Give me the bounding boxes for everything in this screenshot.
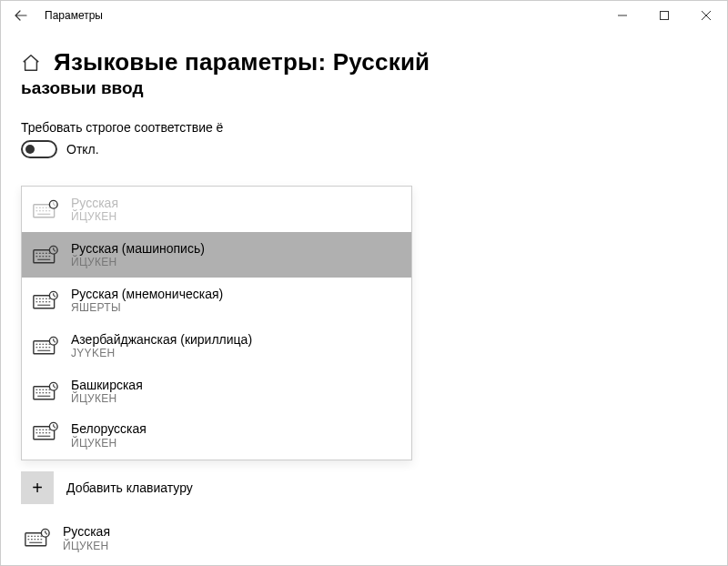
keyboard-icon [25,528,50,548]
keyboard-layout: ЙЦУКЕН [71,392,143,405]
keyboard-name: Азербайджанская (кириллица) [71,332,252,348]
plus-icon: + [32,478,43,499]
keyboard-option[interactable]: Азербайджанская (кириллица) JYYKEH [22,323,411,369]
home-icon[interactable] [21,53,41,73]
toggle-state: Откл. [66,142,99,157]
keyboard-layout: ЙЦУКЕН [71,256,205,268]
keyboard-name: Русская (машинопись) [71,241,205,257]
toggle-knob [25,145,35,154]
maximize-button[interactable] [643,1,685,30]
keyboard-dropdown[interactable]: Русская ЙЦУКЕН Русская (машинопись) ЙЦУК… [21,186,412,460]
keyboard-icon [33,290,58,310]
strict-yo-toggle[interactable] [21,140,57,158]
keyboard-name: Белорусская [71,421,147,437]
close-button[interactable] [685,1,727,30]
keyboard-layout: ЙЦУКЕН [63,540,110,552]
keyboard-layout: JYYKEH [71,347,252,359]
svg-rect-0 [661,12,669,20]
keyboard-layout: ЙЦУКЕН [71,210,118,223]
titlebar: Параметры [1,1,727,30]
add-keyboard-row[interactable]: + Добавить клавиатуру [21,468,707,508]
keyboard-icon [33,381,58,401]
strict-yo-section: Требовать строгое соответствие ё Откл. [21,120,707,158]
page-title: Языковые параметры: Русский [54,48,430,76]
keyboard-option[interactable]: Русская (машинопись) ЙЦУКЕН [22,232,411,278]
keyboard-layout: ЙЦУКЕН [71,437,147,450]
minimize-button[interactable] [602,1,643,30]
add-keyboard-label: Добавить клавиатуру [66,480,193,495]
keyboard-icon [33,421,58,441]
keyboard-option[interactable]: Башкирская ЙЦУКЕН [22,369,411,414]
keyboard-name: Русская [71,196,118,211]
page-subtitle: ьазовыи ввод [21,78,707,98]
add-button[interactable]: + [21,471,54,504]
keyboard-icon [33,199,58,219]
installed-keyboard[interactable]: Русская ЙЦУКЕН [21,521,707,556]
minimize-icon [618,11,627,20]
window-title: Параметры [34,9,103,22]
back-arrow-icon [15,9,27,22]
keyboard-name: Русская (мнемоническая) [71,287,223,302]
keyboard-option: Русская ЙЦУКЕН [22,187,411,232]
page-content: Языковые параметры: Русский ьазовыи ввод… [1,30,727,556]
keyboard-option[interactable]: Белорусская ЙЦУКЕН [22,414,411,460]
page-header: Языковые параметры: Русский [21,48,707,76]
keyboard-icon [33,336,58,356]
window-controls [602,1,727,30]
keyboard-name: Русская [63,524,110,540]
keyboard-option[interactable]: Русская (мнемоническая) ЯШЕРТЫ [22,278,411,323]
back-button[interactable] [8,3,34,28]
keyboard-name: Башкирская [71,378,143,393]
maximize-icon [660,11,669,20]
strict-yo-label: Требовать строгое соответствие ё [21,120,707,135]
close-icon [702,11,711,20]
keyboard-icon [33,245,58,265]
keyboard-layout: ЯШЕРТЫ [71,301,223,314]
